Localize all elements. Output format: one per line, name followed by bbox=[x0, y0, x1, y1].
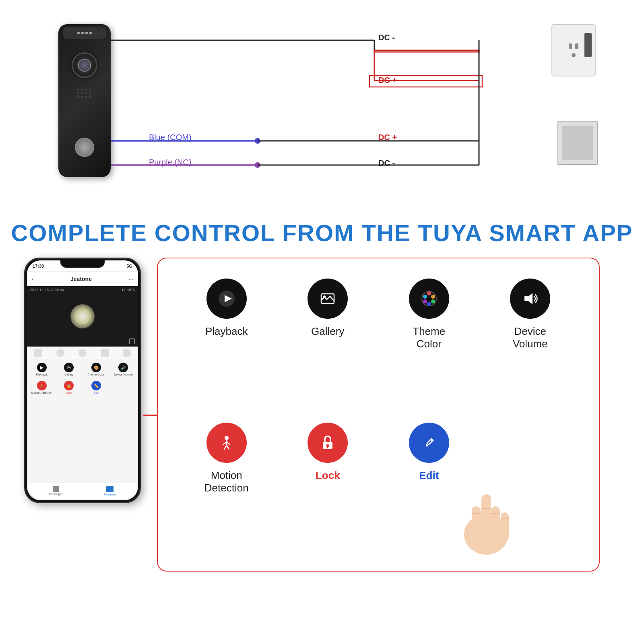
phone-video-light bbox=[70, 304, 95, 328]
blue-wire-label: Blue (COM) bbox=[149, 133, 192, 142]
phone-screen: 17:38 5G ‹ Jeatone ··· 2021-12-23 17:38:… bbox=[27, 260, 138, 500]
svg-point-20 bbox=[431, 295, 435, 299]
dc-plus-outlet-label: DC + bbox=[378, 76, 397, 85]
svg-rect-43 bbox=[501, 512, 509, 541]
phone-feature-gallery: 🎮 Gallery bbox=[57, 363, 82, 376]
electric-strike bbox=[557, 121, 598, 165]
svg-point-19 bbox=[427, 291, 431, 295]
phone-signal: 5G bbox=[126, 264, 132, 268]
phone-mockup: 17:38 5G ‹ Jeatone ··· 2021-12-23 17:38:… bbox=[24, 258, 149, 507]
phone-feature-theme: 🎨 Theme Color bbox=[84, 363, 109, 376]
phone-toolbar-capture-icon bbox=[34, 349, 42, 357]
device-volume-icon bbox=[510, 279, 550, 319]
main-title: COMPLETE CONTROL FROM THE TUYA SMART APP bbox=[0, 219, 644, 246]
doorbell-device bbox=[56, 24, 113, 185]
svg-point-24 bbox=[423, 295, 427, 299]
feature-device-volume: DeviceVolume bbox=[486, 279, 575, 407]
edit-label: Edit bbox=[419, 469, 439, 482]
phone-video-area: 2021-12-23 17:38:54 17 KB/S bbox=[27, 286, 138, 347]
dc-minus-bottom-label: DC - bbox=[378, 159, 395, 168]
theme-color-label: ThemeColor bbox=[413, 325, 445, 350]
svg-rect-40 bbox=[481, 494, 491, 539]
svg-marker-26 bbox=[524, 293, 533, 304]
svg-line-31 bbox=[224, 445, 227, 449]
phone-expand-icon bbox=[129, 339, 135, 344]
phone-toolbar-call-icon bbox=[78, 349, 87, 357]
phone-toolbar-video-icon bbox=[101, 349, 109, 357]
svg-point-21 bbox=[431, 299, 435, 303]
svg-point-17 bbox=[323, 295, 326, 298]
power-outlet bbox=[551, 24, 596, 76]
phone-features-grid-2: 🚶 Motion Detection 🔒 Lock ✏️ Edit bbox=[27, 379, 138, 396]
svg-rect-42 bbox=[491, 506, 500, 539]
purple-wire-label: Purple (NC) bbox=[149, 158, 192, 167]
phone-app-header: ‹ Jeatone ··· bbox=[27, 272, 138, 286]
dc-plus-strike-label: DC + bbox=[378, 133, 397, 142]
phone-feature-edit: ✏️ Edit bbox=[84, 381, 109, 394]
motion-detection-label: MotionDetection bbox=[204, 469, 249, 494]
phone-feature-volume: 🔊 Device Volume bbox=[111, 363, 136, 376]
wiring-diagram: DC - DC + Blue (COM) Purple (NC) DC + DC… bbox=[24, 16, 620, 209]
svg-point-36 bbox=[422, 436, 436, 450]
svg-point-7 bbox=[255, 138, 260, 144]
svg-point-22 bbox=[427, 302, 431, 306]
phone-feature-motion: 🚶 Motion Detection bbox=[29, 381, 54, 394]
phone-notch bbox=[60, 259, 105, 268]
playback-label: Playback bbox=[205, 325, 248, 338]
feature-theme-color: ThemeColor bbox=[384, 279, 474, 407]
svg-line-32 bbox=[227, 445, 229, 449]
phone-speed: 17 KB/S bbox=[122, 288, 135, 292]
phone-toolbar-camera-icon bbox=[56, 349, 64, 357]
feature-edit: Edit bbox=[384, 423, 474, 551]
svg-rect-2 bbox=[374, 50, 479, 52]
theme-color-icon bbox=[409, 279, 449, 319]
svg-point-10 bbox=[255, 162, 260, 168]
gallery-icon bbox=[308, 279, 348, 319]
gallery-label: Gallery bbox=[311, 325, 344, 338]
feature-playback: Playback bbox=[182, 279, 271, 407]
svg-point-23 bbox=[423, 299, 427, 303]
phone-nav-messages: Messages bbox=[49, 486, 63, 496]
phone-time: 17:38 bbox=[33, 264, 44, 268]
phone-app-title: Jeatone bbox=[70, 276, 92, 282]
feature-gallery: Gallery bbox=[283, 279, 373, 407]
svg-point-25 bbox=[427, 297, 431, 301]
edit-icon bbox=[409, 423, 449, 463]
phone-toolbar-wave-icon bbox=[123, 349, 131, 357]
phone-features-grid-1: ▶ Playback 🎮 Gallery 🎨 Theme Color 🔊 Dev… bbox=[27, 359, 138, 379]
phone-nav-features: Features bbox=[103, 486, 116, 496]
phone-toolbar bbox=[27, 347, 138, 359]
lock-label: Lock bbox=[316, 469, 340, 482]
phone-feature-lock: 🔒 Lock bbox=[57, 381, 82, 394]
playback-icon bbox=[206, 279, 247, 319]
wiring-svg bbox=[24, 16, 620, 209]
phone-feature-playback: ▶ Playback bbox=[29, 363, 54, 376]
device-volume-label: DeviceVolume bbox=[513, 325, 548, 350]
phone-bottom-nav: Messages Features bbox=[29, 483, 136, 499]
svg-point-34 bbox=[326, 444, 329, 447]
feature-lock: Lock bbox=[283, 423, 373, 551]
features-panel: Playback Gallery bbox=[157, 258, 600, 572]
dc-minus-top-label: DC - bbox=[378, 33, 395, 42]
motion-detection-icon bbox=[206, 423, 247, 463]
title-section: COMPLETE CONTROL FROM THE TUYA SMART APP bbox=[0, 219, 644, 246]
phone-timestamp: 2021-12-23 17:38:54 bbox=[30, 288, 64, 292]
lock-icon bbox=[308, 423, 348, 463]
app-section: 17:38 5G ‹ Jeatone ··· 2021-12-23 17:38:… bbox=[24, 258, 620, 628]
feature-motion-detection: MotionDetection bbox=[182, 423, 271, 551]
